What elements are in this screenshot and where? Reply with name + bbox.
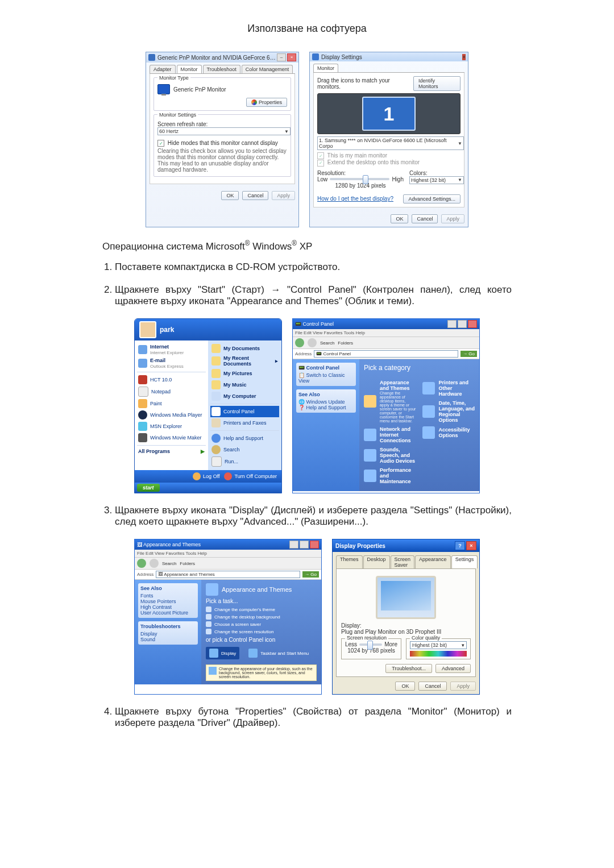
icon-taskbar[interactable]: Taskbar and Start Menu <box>248 647 309 659</box>
resolution-slider[interactable]: Less More <box>345 641 397 647</box>
back-button[interactable] <box>295 338 304 347</box>
troubleshooter-link[interactable]: Display <box>140 631 196 637</box>
cancel-button[interactable]: Cancel <box>418 682 447 691</box>
main-monitor-checkbox[interactable]: ✓ <box>317 152 324 159</box>
colors-select[interactable]: Highest (32 bit)▼ <box>409 176 464 184</box>
ok-button[interactable]: OK <box>221 191 239 200</box>
apply-button[interactable]: Apply <box>272 191 295 200</box>
start-button[interactable]: start <box>137 484 160 492</box>
apply-button[interactable]: Apply <box>450 682 476 691</box>
tab-color-management[interactable]: Color Management <box>242 65 293 73</box>
sm-item-msn[interactable]: MSN Explorer <box>137 421 206 432</box>
resolution-slider[interactable]: Low High <box>317 176 404 182</box>
see-also-link[interactable]: User Account Picture <box>140 610 196 616</box>
icon-display[interactable]: Display <box>206 647 239 659</box>
cat-accessibility[interactable]: Accessibility Options <box>422 426 475 439</box>
tab-troubleshoot[interactable]: Troubleshoot <box>203 65 240 73</box>
cat-sounds[interactable]: Sounds, Speech, and Audio Devices <box>364 447 416 464</box>
switch-view-link[interactable]: 📋 Switch to Classic View <box>298 372 354 384</box>
tab-monitor[interactable]: Monitor <box>313 64 338 72</box>
close-button[interactable] <box>310 541 319 549</box>
forward-button[interactable] <box>150 559 159 568</box>
sm-my-music[interactable]: My Music <box>210 379 279 391</box>
troubleshoot-button[interactable]: Troubleshoot... <box>385 664 432 673</box>
tab-screensaver[interactable]: Screen Saver <box>391 555 415 568</box>
sm-my-documents[interactable]: My Documents <box>210 343 279 354</box>
color-quality-select[interactable]: Highest (32 bit)▾ <box>410 641 467 649</box>
turnoff-button[interactable]: Turn Off Computer <box>224 472 277 480</box>
monitor-arrangement-area[interactable]: 1 <box>317 93 460 134</box>
best-display-link[interactable]: How do I get the best display? <box>317 196 393 202</box>
sm-item-movie-maker[interactable]: Windows Movie Maker <box>137 432 206 443</box>
sm-item-hct[interactable]: HCT 10.0 <box>137 374 206 385</box>
back-button[interactable] <box>137 559 146 568</box>
sm-run[interactable]: Run... <box>210 455 279 468</box>
go-button[interactable]: → Go <box>460 351 477 357</box>
cat-network[interactable]: Network and Internet Connections <box>364 426 416 443</box>
logoff-button[interactable]: Log Off <box>193 472 219 480</box>
maximize-button[interactable] <box>300 541 309 549</box>
sm-my-pictures[interactable]: My Pictures <box>210 368 279 379</box>
minimize-button[interactable] <box>289 541 298 549</box>
minimize-button[interactable] <box>447 320 457 328</box>
maximize-button[interactable] <box>458 320 467 328</box>
apply-button[interactable]: Apply <box>441 214 464 223</box>
minimize-button[interactable]: – <box>277 53 286 61</box>
task-link[interactable]: Change the screen resolution <box>206 629 317 634</box>
sm-recent-docs[interactable]: My Recent Documents▸ <box>210 354 279 368</box>
refresh-rate-select[interactable]: 60 Hertz▼ <box>157 127 291 135</box>
advanced-settings-button[interactable]: Advanced Settings... <box>403 194 460 203</box>
see-also-link[interactable]: Mouse Pointers <box>140 599 196 604</box>
address-bar[interactable]: Address 📟 Control Panel → Go <box>293 349 479 359</box>
cancel-button[interactable]: Cancel <box>412 214 438 223</box>
tab-desktop[interactable]: Desktop <box>363 555 390 568</box>
sm-search[interactable]: Search <box>210 444 279 455</box>
extend-desktop-checkbox[interactable]: ✓ <box>317 160 324 167</box>
go-button[interactable]: → Go <box>302 571 319 578</box>
ok-button[interactable]: OK <box>391 214 408 223</box>
cat-appearance-themes[interactable]: Appearance and ThemesChange the appearan… <box>364 380 416 423</box>
cat-performance[interactable]: Performance and Maintenance <box>364 467 416 484</box>
identify-monitors-button[interactable]: Identify Monitors <box>413 76 460 91</box>
forward-button[interactable] <box>308 338 317 347</box>
close-button[interactable]: × <box>287 53 296 61</box>
sm-item-internet[interactable]: InternetInternet Explorer <box>137 343 206 356</box>
tab-monitor[interactable]: Monitor <box>177 65 202 73</box>
see-also-link[interactable]: High Contrast <box>140 604 196 610</box>
tab-appearance[interactable]: Appearance <box>415 555 451 568</box>
adapter-select[interactable]: 1. Samsung **** on NVIDIA GeForce 6600 L… <box>317 136 464 150</box>
address-bar[interactable]: Address🖼 Appearance and Themes→ Go <box>135 570 321 580</box>
task-link[interactable]: Change the desktop background <box>206 614 317 620</box>
see-also-link[interactable]: Fonts <box>140 593 196 599</box>
sm-control-panel[interactable]: Control Panel <box>210 406 279 417</box>
sm-my-computer[interactable]: My Computer <box>210 391 279 402</box>
task-link[interactable]: Change the computer's theme <box>206 607 317 612</box>
cancel-button[interactable]: Cancel <box>242 191 268 200</box>
troubleshooter-link[interactable]: Sound <box>140 637 196 642</box>
task-link[interactable]: Choose a screen saver <box>206 621 317 627</box>
sm-item-wmp[interactable]: Windows Media Player <box>137 409 206 421</box>
properties-button[interactable]: Properties <box>246 98 287 107</box>
close-button[interactable]: × <box>462 54 466 60</box>
sm-item-notepad[interactable]: Notepad <box>137 385 206 398</box>
sm-help[interactable]: Help and Support <box>210 433 279 444</box>
hide-modes-checkbox[interactable]: ✓ <box>157 140 164 147</box>
close-button[interactable] <box>468 320 477 328</box>
see-also-link[interactable]: 🌐 Windows Update <box>298 399 354 405</box>
close-button[interactable]: × <box>466 541 476 550</box>
sm-printers[interactable]: Printers and Faxes <box>210 417 279 429</box>
tab-adapter[interactable]: Adapter <box>150 65 176 73</box>
sm-item-email[interactable]: E-mailOutlook Express <box>137 356 206 370</box>
advanced-button[interactable]: Advanced <box>435 664 471 673</box>
sm-all-programs[interactable]: All Programs▶ <box>137 447 206 455</box>
tab-themes[interactable]: Themes <box>336 555 363 568</box>
cat-printers[interactable]: Printers and Other Hardware <box>422 380 475 397</box>
tab-settings[interactable]: Settings <box>451 555 478 568</box>
monitor-thumbnail[interactable]: 1 <box>362 97 416 131</box>
help-button[interactable]: ? <box>455 541 465 550</box>
see-also-link[interactable]: ❓ Help and Support <box>298 405 354 410</box>
cat-date-time[interactable]: Date, Time, Language, and Regional Optio… <box>422 400 475 423</box>
appearance-icon <box>364 395 376 408</box>
sm-item-paint[interactable]: Paint <box>137 398 206 409</box>
ok-button[interactable]: OK <box>395 682 415 691</box>
